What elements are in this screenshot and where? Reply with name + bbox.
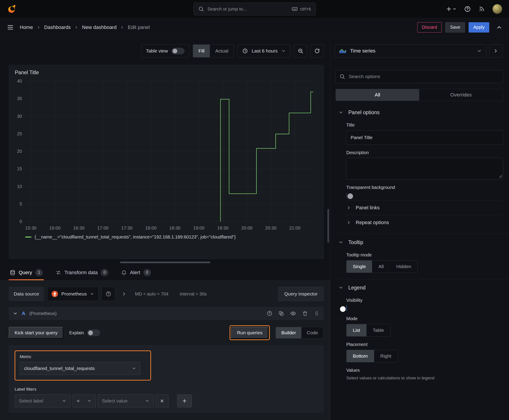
chevron-right-icon xyxy=(346,220,351,225)
drag-handle-icon[interactable] xyxy=(314,310,319,316)
add-filter-button[interactable] xyxy=(177,394,192,407)
tooltip-header[interactable]: Tooltip xyxy=(330,235,509,249)
tooltip-mode-label: Tooltip mode xyxy=(346,252,503,258)
query-inspector-button[interactable]: Query inspector xyxy=(278,287,324,301)
transparent-bg-field: Transparent background xyxy=(330,182,509,200)
global-search-input[interactable] xyxy=(207,6,289,12)
mode-list-option[interactable]: List xyxy=(347,324,366,336)
discard-button[interactable]: Discard xyxy=(417,22,442,32)
table-view-toggle-chip: Table view xyxy=(141,45,189,57)
trash-icon[interactable] xyxy=(302,310,308,316)
builder-mode-option[interactable]: Builder xyxy=(276,327,301,338)
tooltip-single-option[interactable]: Single xyxy=(347,261,372,273)
left-pane-scrollbar[interactable] xyxy=(327,209,329,242)
zoom-out-icon[interactable] xyxy=(294,45,307,57)
add-button[interactable] xyxy=(446,6,456,12)
datasource-help-icon[interactable] xyxy=(102,287,115,301)
transparent-bg-toggle[interactable] xyxy=(346,193,347,198)
fill-option[interactable]: Fill xyxy=(193,45,210,57)
tooltip-mode-group: Single All Hidden xyxy=(346,260,418,273)
options-search-input[interactable] xyxy=(348,74,499,79)
user-avatar[interactable] xyxy=(492,4,502,14)
duplicate-query-icon[interactable] xyxy=(278,310,284,316)
legend-placement-field: Placement Bottom Right xyxy=(330,339,509,365)
apply-button[interactable]: Apply xyxy=(469,22,489,32)
grafana-logo-icon[interactable] xyxy=(7,4,17,14)
timeseries-chart[interactable]: 051015202530354015:3016:0016:3017:0017:3… xyxy=(10,77,322,234)
tab-query[interactable]: Query 1 xyxy=(9,266,44,280)
keyboard-icon xyxy=(291,6,298,12)
svg-text:35: 35 xyxy=(17,96,22,101)
panel-links-row[interactable]: Panel links xyxy=(346,200,503,215)
chevron-down-icon xyxy=(281,49,286,53)
operator-dropdown[interactable]: = xyxy=(73,394,96,407)
refresh-icon[interactable] xyxy=(311,45,324,57)
legend-visibility-toggle[interactable] xyxy=(346,305,347,311)
tab-alert-label: Alert xyxy=(130,270,140,276)
table-view-toggle[interactable] xyxy=(171,48,184,54)
breadcrumb-dashboards[interactable]: Dashboards xyxy=(44,24,71,30)
description-textarea[interactable] xyxy=(346,158,503,180)
run-queries-highlight: Run queries xyxy=(230,325,270,340)
breadcrumb-home[interactable]: Home xyxy=(20,24,33,30)
help-icon[interactable] xyxy=(464,6,471,12)
chevron-down-icon xyxy=(132,366,136,371)
chevron-up-icon[interactable] xyxy=(496,24,502,30)
query-help-icon[interactable] xyxy=(267,310,273,316)
panel-links-label: Panel links xyxy=(356,205,380,211)
kickstart-query-button[interactable]: Kick start your query xyxy=(9,327,63,338)
run-queries-button[interactable]: Run queries xyxy=(231,327,268,338)
placement-label: Placement xyxy=(346,342,503,347)
values-label: Values xyxy=(346,368,503,373)
legend-values-field: Values Select values or calculations to … xyxy=(330,365,509,383)
tab-all[interactable]: All xyxy=(336,89,419,101)
preview-panel: Panel Title 051015202530354015:3016:0016… xyxy=(9,65,324,259)
placement-right-option[interactable]: Right xyxy=(374,350,398,362)
explain-toggle[interactable] xyxy=(87,330,100,336)
collapse-chevron-icon[interactable] xyxy=(13,311,18,316)
select-label-dropdown[interactable]: Select label xyxy=(15,394,71,407)
time-range-picker[interactable]: Last 6 hours xyxy=(237,45,290,57)
actual-option[interactable]: Actual xyxy=(210,45,234,57)
tab-alert[interactable]: Alert 0 xyxy=(120,266,152,280)
legend-label[interactable]: {__name__="cloudflared_tunnel_total_requ… xyxy=(35,234,236,240)
grafana-edit-panel-page: ctrl+k Home Dashboards xyxy=(0,0,509,420)
legend-header[interactable]: Legend xyxy=(330,281,509,295)
chevron-down-icon xyxy=(145,399,150,403)
query-count-badge: 1 xyxy=(35,269,43,276)
viz-expand-icon[interactable] xyxy=(489,45,502,57)
resize-corner-icon[interactable] xyxy=(499,175,502,178)
menu-toggle-icon[interactable] xyxy=(7,24,14,31)
tooltip-mode-field: Tooltip mode Single All Hidden xyxy=(330,249,509,275)
tooltip-all-option[interactable]: All xyxy=(372,261,390,273)
chevron-down-icon xyxy=(90,292,94,296)
remove-filter-button[interactable] xyxy=(156,394,168,407)
panel-title-input[interactable] xyxy=(346,130,503,145)
repeat-options-row[interactable]: Repeat options xyxy=(346,215,503,230)
datasource-select[interactable]: Prometheus xyxy=(47,287,99,301)
viz-picker[interactable]: Time series xyxy=(335,45,486,57)
code-mode-option[interactable]: Code xyxy=(301,327,323,338)
panel-resize-handle[interactable] xyxy=(120,262,210,263)
save-button[interactable]: Save xyxy=(445,22,465,32)
mode-table-option[interactable]: Table xyxy=(366,324,390,336)
panel-options-header[interactable]: Panel options xyxy=(330,105,509,119)
select-value-dropdown[interactable]: Select value xyxy=(98,394,154,407)
news-rss-icon[interactable] xyxy=(479,6,485,12)
metric-select[interactable]: cloudflared_tunnel_total_requests xyxy=(20,362,140,375)
query-options-chevron-icon[interactable] xyxy=(122,291,127,297)
query-ref-datasource: (Prometheus) xyxy=(29,311,57,316)
breadcrumb-new-dashboard[interactable]: New dashboard xyxy=(82,24,116,30)
global-search[interactable]: ctrl+k xyxy=(193,2,316,15)
query-ref-id[interactable]: A xyxy=(22,310,25,316)
tooltip-hidden-option[interactable]: Hidden xyxy=(390,261,418,273)
chevron-down-icon xyxy=(338,110,343,115)
tab-transform[interactable]: Transform data 0 xyxy=(54,266,109,280)
label-filters-label: Label filters xyxy=(15,387,318,392)
options-search[interactable] xyxy=(335,70,503,83)
tab-overrides[interactable]: Overrides xyxy=(419,89,503,101)
eye-icon[interactable] xyxy=(290,310,296,316)
values-hint: Select values or calculations to show in… xyxy=(346,375,503,381)
placement-bottom-option[interactable]: Bottom xyxy=(347,350,374,362)
query-actions-row: Kick start your query Explain Run querie… xyxy=(9,325,324,340)
